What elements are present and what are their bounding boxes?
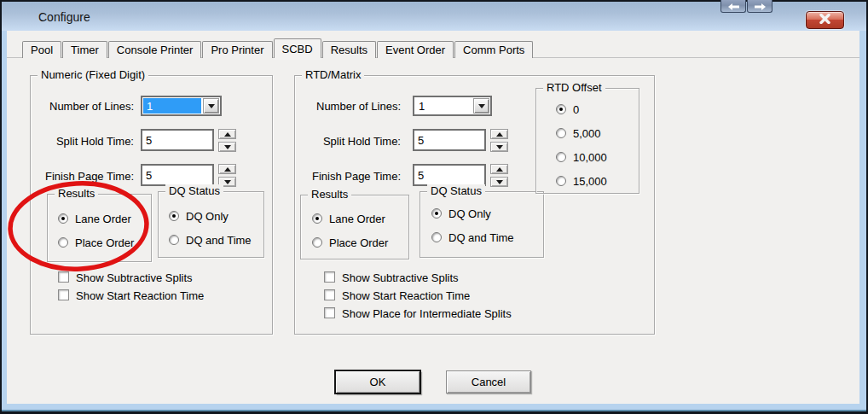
rtd-lane-order-label[interactable]: Lane Order (329, 213, 385, 225)
nav-forward-button[interactable] (747, 0, 773, 13)
window-bottom-edge (2, 410, 866, 411)
rtd-matrix-title: RTD/Matrix (302, 68, 364, 81)
rtd-offset-10000-radio[interactable] (556, 152, 566, 162)
rtd-results-title: Results (308, 188, 351, 201)
arrow-up-icon (496, 132, 503, 137)
close-icon (819, 14, 831, 26)
rtd-offset-15000-radio[interactable] (556, 176, 566, 186)
tab-event-order[interactable]: Event Order (377, 41, 454, 58)
rtd-dq-status-group: DQ Status (420, 191, 544, 258)
configure-dialog: Configure Pool Timer Console Printer Pro… (0, 0, 868, 414)
rtd-place-order-label[interactable]: Place Order (329, 236, 388, 249)
numeric-number-of-lines-value: 1 (143, 98, 201, 114)
spinner-down-button[interactable] (490, 142, 508, 152)
numeric-show-start-reaction-label[interactable]: Show Start Reaction Time (76, 289, 204, 302)
spinner-up-button[interactable] (490, 129, 508, 139)
numeric-number-of-lines-label: Number of Lines: (34, 100, 134, 113)
numeric-finish-page-spinner (218, 164, 236, 187)
numeric-show-subtractive-splits-checkbox[interactable] (58, 271, 69, 283)
numeric-number-of-lines-combo[interactable]: 1 (141, 96, 222, 116)
rtd-lines-dropdown-button[interactable] (473, 98, 489, 114)
arrow-down-icon (224, 145, 231, 149)
numeric-dq-and-time-label[interactable]: DQ and Time (186, 234, 252, 247)
rtd-dq-and-time-radio[interactable] (431, 232, 442, 242)
rtd-offset-10000-label[interactable]: 10,000 (573, 151, 607, 164)
numeric-results-group: Results (47, 194, 152, 262)
numeric-place-order-label[interactable]: Place Order (75, 236, 134, 249)
rtd-split-hold-spinner (490, 129, 508, 152)
window-title: Configure (38, 10, 90, 24)
tab-strip: Pool Timer Console Printer Pro Printer S… (22, 38, 534, 58)
tab-console-printer[interactable]: Console Printer (108, 41, 202, 58)
numeric-dq-only-label[interactable]: DQ Only (186, 210, 229, 223)
rtd-offset-0-label[interactable]: 0 (573, 103, 579, 116)
arrow-up-icon (224, 132, 231, 137)
ok-button[interactable]: OK (335, 370, 420, 394)
cancel-button[interactable]: Cancel (446, 370, 531, 394)
numeric-finish-page-label: Finish Page Time: (34, 170, 134, 183)
arrow-right-icon (755, 0, 766, 13)
numeric-dq-and-time-radio[interactable] (169, 235, 179, 245)
rtd-number-of-lines-label: Number of Lines: (298, 100, 401, 113)
rtd-dq-only-radio[interactable] (431, 208, 442, 219)
arrow-down-icon (496, 180, 503, 184)
chevron-down-icon (208, 104, 215, 108)
tab-pool[interactable]: Pool (22, 41, 61, 58)
rtd-show-place-intermediate-checkbox[interactable] (324, 307, 335, 318)
numeric-lane-order-label[interactable]: Lane Order (75, 213, 131, 225)
numeric-split-hold-label: Split Hold Time: (34, 135, 134, 148)
rtd-place-order-radio[interactable] (312, 237, 322, 248)
tab-pro-printer[interactable]: Pro Printer (202, 41, 272, 58)
tab-results[interactable]: Results (322, 41, 376, 58)
rtd-dq-status-title: DQ Status (427, 184, 485, 197)
arrow-up-icon (496, 167, 503, 172)
spinner-up-button[interactable] (218, 129, 236, 139)
spinner-up-button[interactable] (490, 164, 508, 174)
numeric-group-title: Numeric (Fixed Digit) (38, 68, 148, 81)
tab-comm-ports[interactable]: Comm Ports (454, 41, 533, 58)
rtd-show-subtractive-splits-checkbox[interactable] (324, 271, 335, 283)
numeric-split-hold-spinner (218, 129, 236, 152)
rtd-offset-5000-radio[interactable] (556, 128, 566, 138)
spinner-down-button[interactable] (218, 142, 236, 152)
numeric-show-subtractive-splits-label[interactable]: Show Subtractive Splits (76, 271, 193, 284)
numeric-lines-dropdown-button[interactable] (203, 98, 219, 114)
rtd-split-hold-input[interactable]: 5 (413, 129, 486, 151)
tab-timer[interactable]: Timer (62, 41, 107, 58)
numeric-dq-status-title: DQ Status (165, 184, 223, 197)
rtd-lane-order-radio[interactable] (312, 213, 322, 224)
numeric-finish-page-input[interactable]: 5 (141, 164, 214, 186)
rtd-offset-0-radio[interactable] (556, 104, 566, 114)
rtd-show-start-reaction-checkbox[interactable] (324, 289, 335, 300)
rtd-number-of-lines-combo[interactable]: 1 (413, 96, 492, 116)
spinner-down-button[interactable] (490, 177, 508, 187)
rtd-dq-only-label[interactable]: DQ Only (448, 207, 491, 220)
rtd-finish-page-label: Finish Page Time: (298, 170, 401, 183)
arrow-left-icon (728, 0, 739, 13)
numeric-dq-status-group: DQ Status (158, 191, 264, 258)
rtd-offset-5000-label[interactable]: 5,000 (573, 127, 601, 140)
rtd-offset-15000-label[interactable]: 15,000 (573, 175, 607, 188)
rtd-finish-page-spinner (490, 164, 508, 187)
arrow-down-icon (496, 145, 503, 149)
tab-scbd[interactable]: SCBD (274, 38, 321, 58)
rtd-show-subtractive-splits-label[interactable]: Show Subtractive Splits (342, 271, 459, 284)
rtd-finish-page-input[interactable]: 5 (413, 164, 486, 186)
rtd-results-group: Results (300, 195, 409, 259)
rtd-dq-and-time-label[interactable]: DQ and Time (448, 231, 514, 244)
arrow-up-icon (224, 167, 231, 172)
rtd-show-start-reaction-label[interactable]: Show Start Reaction Time (342, 289, 470, 302)
nav-back-button[interactable] (720, 0, 746, 13)
numeric-split-hold-input[interactable]: 5 (141, 129, 214, 151)
chevron-down-icon (478, 104, 485, 108)
spinner-up-button[interactable] (218, 164, 236, 174)
rtd-show-place-intermediate-label[interactable]: Show Place for Intermediate Splits (342, 307, 512, 320)
numeric-results-title: Results (55, 187, 98, 200)
numeric-place-order-radio[interactable] (58, 237, 68, 248)
numeric-lane-order-radio[interactable] (58, 213, 68, 224)
rtd-number-of-lines-value: 1 (415, 98, 472, 114)
close-button[interactable] (806, 11, 844, 29)
rtd-split-hold-label: Split Hold Time: (298, 135, 401, 148)
numeric-show-start-reaction-checkbox[interactable] (58, 289, 69, 300)
numeric-dq-only-radio[interactable] (169, 211, 179, 221)
